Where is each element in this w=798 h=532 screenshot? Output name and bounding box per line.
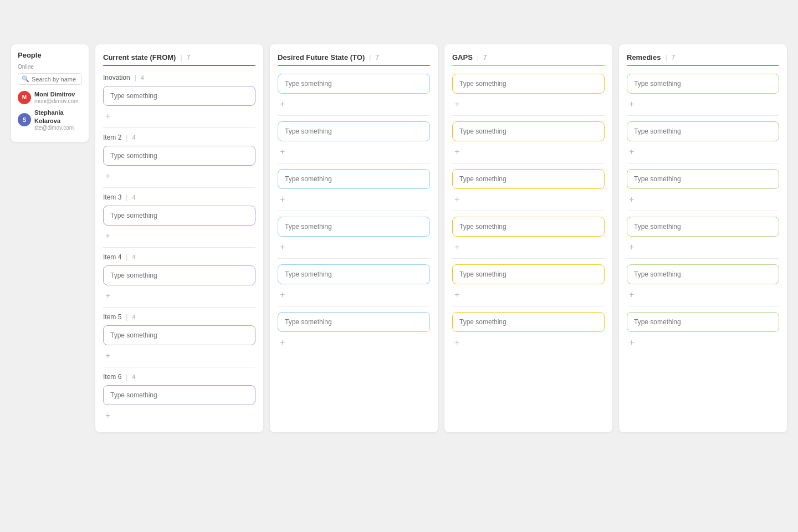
card-input-1-3[interactable] — [278, 217, 430, 237]
add-card-button[interactable]: + — [627, 99, 636, 110]
row-group: + — [627, 264, 779, 306]
add-card-button[interactable]: + — [452, 146, 462, 157]
add-card-button[interactable]: + — [103, 171, 112, 182]
card-input-2-4[interactable] — [452, 264, 605, 284]
add-card-button[interactable]: + — [103, 350, 112, 361]
add-card-button[interactable]: + — [278, 242, 287, 253]
add-card-button[interactable]: + — [278, 337, 287, 348]
add-card-button[interactable]: + — [103, 410, 112, 421]
card-input-3-0[interactable] — [627, 74, 779, 94]
row-group: Item 3 | 4 + — [103, 193, 255, 248]
add-card-button[interactable]: + — [627, 194, 636, 205]
row-group-header: Item 4 | 4 — [103, 253, 255, 261]
row-group: Item 5 | 4 + — [103, 313, 255, 367]
add-card-button[interactable]: + — [452, 194, 462, 205]
column-col3: GAPS | 7 ++++++ — [444, 44, 612, 432]
column-col1: Current state (FROM) | 7 Inovation | 4 +… — [95, 44, 263, 432]
row-pipe: | — [126, 134, 127, 141]
row-group: + — [452, 74, 605, 116]
card-input-0-4[interactable] — [103, 325, 255, 345]
add-card-button[interactable]: + — [103, 290, 112, 301]
add-card-button[interactable]: + — [627, 146, 636, 157]
row-divider — [452, 163, 605, 163]
user-name: Stephania Kolarova — [34, 109, 82, 125]
card-input-2-3[interactable] — [452, 217, 605, 237]
add-card-button[interactable]: + — [278, 289, 287, 300]
row-group: Item 4 | 4 + — [103, 253, 255, 308]
row-group: + — [452, 169, 605, 211]
row-group-header: Item 3 | 4 — [103, 193, 255, 201]
row-group: + — [278, 264, 430, 306]
card-input-0-2[interactable] — [103, 206, 255, 226]
add-card-button[interactable]: + — [103, 111, 112, 122]
card-input-3-3[interactable] — [627, 217, 779, 237]
add-card-button[interactable]: + — [627, 289, 636, 300]
row-group-label: Item 3 — [103, 193, 121, 201]
card-input-1-4[interactable] — [278, 264, 430, 284]
row-divider — [627, 115, 779, 116]
row-pipe: | — [135, 74, 136, 81]
user-email: ste@dimov.com — [34, 125, 82, 131]
row-divider — [452, 258, 605, 259]
card-input-0-5[interactable] — [103, 385, 255, 405]
card-input-2-1[interactable] — [452, 121, 605, 141]
add-card-button[interactable]: + — [627, 242, 636, 253]
add-card-button[interactable]: + — [452, 99, 462, 110]
card-input-2-0[interactable] — [452, 74, 605, 94]
column-pipe: | — [477, 54, 479, 62]
app-container: People Online 🔍 M Moni Dimitrov moni@dim… — [0, 0, 798, 443]
add-card-button[interactable]: + — [278, 99, 287, 110]
row-group-label: Item 2 — [103, 134, 121, 141]
card-input-2-5[interactable] — [452, 312, 605, 332]
card-input-0-0[interactable] — [103, 86, 255, 106]
column-pipe: | — [369, 54, 371, 62]
row-group-header: Inovation | 4 — [103, 74, 255, 81]
row-group: + — [452, 217, 605, 259]
add-card-button[interactable]: + — [452, 337, 462, 348]
row-divider — [452, 115, 605, 116]
row-group-header: Item 6 | 4 — [103, 373, 255, 381]
row-divider — [278, 306, 430, 306]
row-group: + — [278, 217, 430, 259]
row-group-label: Inovation — [103, 74, 130, 81]
add-card-button[interactable]: + — [627, 337, 636, 348]
add-card-button[interactable]: + — [103, 231, 112, 242]
card-input-3-2[interactable] — [627, 169, 779, 189]
column-count: 7 — [375, 54, 379, 62]
card-input-3-4[interactable] — [627, 264, 779, 284]
add-card-button[interactable]: + — [278, 194, 287, 205]
row-group-count: 4 — [132, 194, 135, 201]
avatar: S — [18, 113, 31, 126]
row-divider — [278, 115, 430, 116]
row-group-label: Item 4 — [103, 253, 121, 261]
column-title: Remedies — [627, 53, 661, 62]
card-input-3-5[interactable] — [627, 312, 779, 332]
card-input-1-0[interactable] — [278, 74, 430, 94]
row-group: + — [452, 264, 605, 306]
row-divider — [103, 367, 255, 367]
row-group: Item 6 | 4 + — [103, 373, 255, 421]
user-name: Moni Dimitrov — [34, 90, 78, 98]
avatar: M — [18, 91, 31, 104]
add-card-button[interactable]: + — [452, 242, 462, 253]
card-input-3-1[interactable] — [627, 121, 779, 141]
column-title: GAPS — [452, 53, 473, 62]
card-input-0-3[interactable] — [103, 265, 255, 285]
card-input-0-1[interactable] — [103, 146, 255, 166]
row-group-count: 4 — [132, 254, 135, 260]
row-divider — [627, 211, 779, 211]
column-pipe: | — [665, 54, 667, 62]
card-input-2-2[interactable] — [452, 169, 605, 189]
row-divider — [103, 247, 255, 248]
column-header: Current state (FROM) | 7 — [103, 53, 255, 62]
card-input-1-1[interactable] — [278, 121, 430, 141]
card-input-1-5[interactable] — [278, 312, 430, 332]
card-input-1-2[interactable] — [278, 169, 430, 189]
user-item: M Moni Dimitrov moni@dimov.com — [18, 90, 82, 104]
add-card-button[interactable]: + — [278, 146, 287, 157]
row-group-header: Item 2 | 4 — [103, 134, 255, 141]
search-input[interactable] — [32, 76, 78, 83]
add-card-button[interactable]: + — [452, 289, 462, 300]
sidebar-users: M Moni Dimitrov moni@dimov.com S Stephan… — [18, 90, 82, 131]
row-group: + — [627, 74, 779, 116]
